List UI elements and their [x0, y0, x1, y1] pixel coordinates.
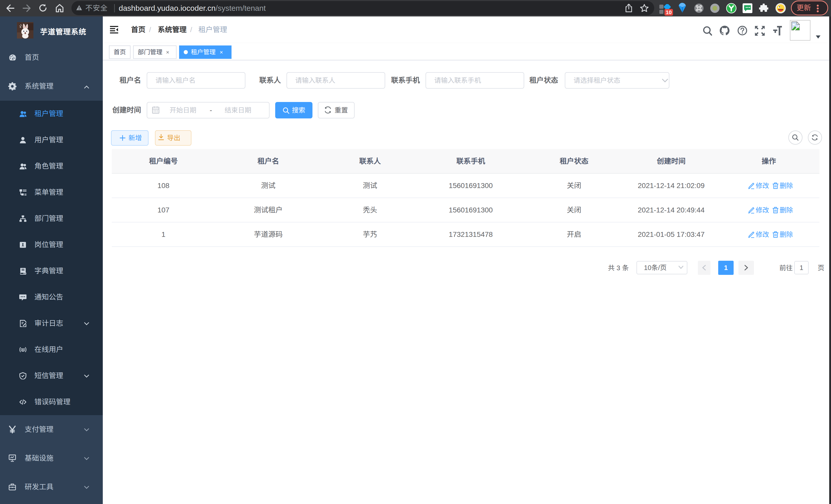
svg-text:10: 10	[666, 9, 672, 15]
